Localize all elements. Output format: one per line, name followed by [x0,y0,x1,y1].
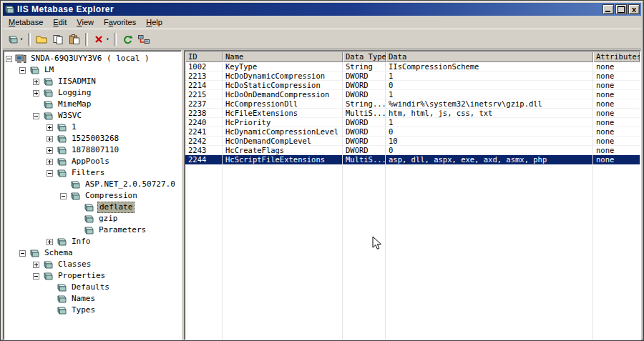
tree-expander[interactable] [47,239,53,245]
table-row[interactable]: 2237HcCompressionDllString...%windir%\sy… [185,99,640,109]
tree-item-lm[interactable]: LM [4,64,181,76]
tree-item-iisadmin[interactable]: IISADMIN [4,76,181,87]
tree-item-mimemap[interactable]: MimeMap [4,99,181,110]
tree-expander[interactable] [33,273,39,280]
tree-item-w3svc[interactable]: W3SVC [4,110,181,122]
tree-item-apppools[interactable]: AppPools [4,156,181,167]
menu-metabase[interactable]: Metabase [4,16,48,28]
cell-data-type: MultiS... [343,155,386,164]
delete-button[interactable]: ▾ [91,31,111,47]
menu-edit[interactable]: Edit [48,16,72,28]
table-row[interactable]: 2215HcDoOnDemandCompressionDWORD1none [185,90,640,99]
tree-item-classes[interactable]: Classes [4,259,181,270]
cell-data-type: DWORD [343,127,386,136]
connect-button[interactable] [136,31,152,47]
tree-item-label: AppPools [70,157,111,167]
tree-expander[interactable] [47,136,53,142]
column-header-attributes[interactable]: Attributes [593,51,640,62]
tree-expander-spacer [74,216,80,222]
tree-item-1525003268[interactable]: 1525003268 [4,133,181,144]
db-icon [83,214,95,224]
table-row[interactable]: 2240HcPriorityDWORD1none [185,118,640,127]
tree-expander[interactable] [47,159,53,165]
tree-item-label: 1 [70,122,78,132]
tree-item-label: Types [70,305,97,315]
menu-favorites[interactable]: Favorites [99,16,141,28]
menu-help[interactable]: Help [141,16,167,28]
property-list-panel: IDNameData TypeDataAttributes 1002KeyTyp… [184,50,641,340]
cell-attributes: none [593,118,640,127]
tree-item-1[interactable]: 1 [4,122,181,133]
tree-item-snda-69q3uyy3v6-local[interactable]: SNDA-69Q3UYY3V6 ( local ) [4,53,181,64]
tree-expander[interactable] [47,170,53,177]
cell-id: 2240 [185,118,223,127]
new-key-button-dropdown[interactable]: ▾ [20,36,23,42]
tree-item-defaults[interactable]: Defaults [4,282,181,293]
paste-button[interactable] [67,31,82,47]
cell-data-type: DWORD [343,118,386,127]
tree-item-parameters[interactable]: Parameters [4,224,181,236]
tree-item-filters[interactable]: Filters [4,167,181,179]
db-icon [56,123,68,132]
table-row[interactable]: 2213HcDoDynamicCompressionDWORD1none [185,71,640,81]
minimize-button[interactable] [602,4,614,14]
cell-id: 2237 [185,99,223,108]
tree-item-asp-net-2-0-50727-0[interactable]: ASP.NET_2.0.50727.0 [4,179,181,190]
column-header-data[interactable]: Data [386,51,593,62]
title-bar[interactable]: IIS Metabase Explorer x [3,3,641,16]
db-icon [29,249,41,258]
tree-item-gzip[interactable]: gzip [4,213,181,224]
tree-item-label: Defaults [70,282,111,292]
tree-item-properties[interactable]: Properties [4,270,181,282]
cell-id: 2244 [185,155,223,164]
new-key-button[interactable]: ▾ [5,31,25,47]
refresh-button[interactable] [119,31,135,47]
tree-expander[interactable] [19,250,26,257]
tree-expander[interactable] [33,113,39,119]
close-button[interactable]: x [628,4,640,14]
cell-id: 2238 [185,109,223,117]
tree-expander[interactable] [47,124,53,131]
db-icon [56,306,68,315]
menu-view[interactable]: View [72,16,99,28]
column-header-id[interactable]: ID [185,51,223,62]
table-row[interactable]: 2243HcCreateFlagsDWORD0none [185,146,640,155]
tree-expander[interactable] [60,193,67,199]
tree-expander[interactable] [47,147,53,154]
list-body[interactable]: 1002KeyTypeStringIIsCompressionSchemenon… [185,62,640,340]
maximize-button[interactable] [615,4,627,14]
cell-data: asp, dll, aspx, exe, axd, asmx, php [386,155,593,164]
column-header-data-type[interactable]: Data Type [343,51,386,62]
table-row[interactable]: 2244HcScriptFileExtensionsMultiS...asp, … [185,155,640,164]
tree-expander[interactable] [19,67,26,74]
tree-item-schema[interactable]: Schema [4,247,181,259]
delete-button-dropdown[interactable]: ▾ [106,36,109,42]
tree-expander[interactable] [33,79,39,85]
db-icon [56,295,68,304]
table-row[interactable]: 2214HcDoStaticCompressionDWORD0none [185,81,640,90]
tree-expander-spacer [47,285,53,291]
column-header-name[interactable]: Name [223,51,343,62]
tree-item-1878807110[interactable]: 1878807110 [4,144,181,156]
table-row[interactable]: 2238HcFileExtensionsMultiS...htm, html, … [185,109,640,118]
tree-expander[interactable] [33,90,39,97]
table-row[interactable]: 1002KeyTypeStringIIsCompressionSchemenon… [185,62,640,71]
tree-item-deflate[interactable]: deflate [4,202,181,213]
tree-expander-spacer [33,102,39,108]
tree-item-types[interactable]: Types [4,305,181,316]
tree-expander[interactable] [33,262,39,268]
cell-id: 2215 [185,90,223,99]
tree-expander[interactable] [6,56,12,62]
tree-item-compression[interactable]: Compression [4,190,181,202]
open-button[interactable] [34,31,49,47]
cell-data: 0 [386,81,593,89]
table-row[interactable]: 2242HcOnDemandCompLevelDWORD10none [185,137,640,146]
copy-button[interactable] [50,31,66,47]
delete-icon [93,34,104,44]
tree-item-label: deflate [97,202,135,213]
tree-item-logging[interactable]: Logging [4,87,181,99]
toolbar-separator [114,33,117,46]
tree-item-names[interactable]: Names [4,293,181,305]
tree-item-info[interactable]: Info [4,236,181,247]
table-row[interactable]: 2241HcDynamicCompressionLevelDWORD0none [185,127,640,137]
